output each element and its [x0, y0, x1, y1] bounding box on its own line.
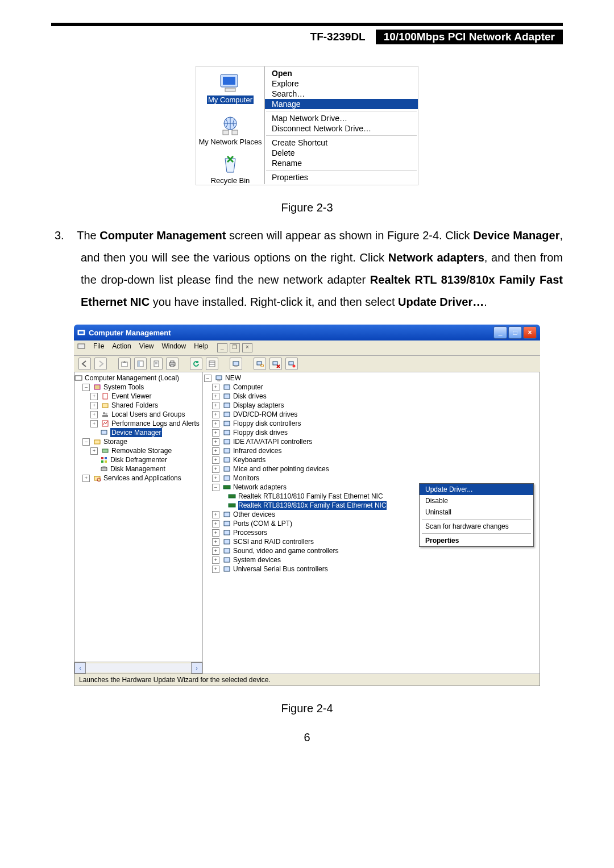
device-category[interactable]: SCSI and RAID controllers: [233, 537, 314, 546]
toolbar-device-icon[interactable]: [230, 358, 242, 370]
device-category[interactable]: Display adapters: [233, 401, 284, 410]
toolbar-back-button[interactable]: [78, 358, 91, 370]
menu-explore[interactable]: Explore: [265, 78, 418, 89]
mdi-restore-button[interactable]: ❐: [230, 343, 240, 352]
tree-defragmenter[interactable]: Disk Defragmenter: [110, 455, 167, 464]
tree-removable-storage[interactable]: Removable Storage: [111, 446, 172, 455]
device-category[interactable]: Computer: [233, 383, 263, 392]
menu-disconnect-drive[interactable]: Disconnect Network Drive…: [265, 123, 418, 134]
tree-perf-logs[interactable]: Performance Logs and Alerts: [111, 419, 200, 428]
device-category[interactable]: Processors: [233, 528, 267, 537]
tree-device-manager[interactable]: Device Manager: [110, 428, 162, 437]
svg-rect-11: [138, 361, 140, 367]
device-nic1[interactable]: Realtek RTL8110/810 Family Fast Ethernet…: [238, 492, 383, 501]
device-category[interactable]: Keyboards: [233, 455, 265, 464]
menu-properties[interactable]: Properties: [265, 172, 418, 182]
ctx-properties[interactable]: Properties: [420, 535, 533, 546]
menu-create-shortcut[interactable]: Create Shortcut: [265, 138, 418, 148]
device-category[interactable]: Monitors: [233, 474, 259, 483]
svg-rect-7: [79, 331, 84, 334]
device-nic2-selected[interactable]: Realtek RTL8139/810x Family Fast Etherne…: [238, 501, 387, 510]
tree-storage[interactable]: Storage: [103, 437, 127, 446]
svg-rect-2: [225, 88, 235, 92]
recycle-bin-icon[interactable]: [217, 153, 243, 176]
device-network-adapters[interactable]: Network adapters: [233, 483, 287, 492]
menu-help[interactable]: Help: [194, 342, 208, 354]
menu-manage[interactable]: Manage: [265, 99, 418, 109]
device-category[interactable]: Infrared devices: [233, 446, 281, 455]
svg-rect-37: [102, 415, 108, 417]
svg-rect-45: [105, 460, 107, 463]
device-category[interactable]: Other devices: [233, 510, 275, 519]
svg-rect-29: [289, 362, 293, 365]
menu-open[interactable]: Open: [265, 68, 418, 78]
toolbar-refresh-button[interactable]: [190, 358, 202, 370]
toolbar-update-button[interactable]: [285, 358, 298, 370]
ctx-disable[interactable]: Disable: [420, 495, 533, 506]
tree-disk-management[interactable]: Disk Management: [110, 464, 165, 474]
device-root[interactable]: NEW: [225, 373, 241, 383]
tree-system-tools[interactable]: System Tools: [103, 383, 144, 392]
my-computer-icon[interactable]: [217, 72, 243, 95]
tree-services-apps[interactable]: Services and Applications: [103, 474, 181, 483]
device-category[interactable]: IDE ATA/ATAPI controllers: [233, 437, 312, 446]
tree-event-viewer[interactable]: Event Viewer: [111, 392, 151, 401]
ctx-uninstall[interactable]: Uninstall: [420, 506, 533, 518]
tree-root[interactable]: Computer Management (Local): [85, 373, 179, 383]
svg-rect-68: [224, 530, 230, 535]
device-category-icon: [223, 383, 231, 391]
device-category[interactable]: Floppy disk drives: [233, 428, 288, 437]
menu-rename[interactable]: Rename: [265, 158, 418, 168]
ctx-update-driver[interactable]: Update Driver...: [420, 484, 533, 495]
window-maximize-button[interactable]: □: [508, 326, 522, 339]
network-places-icon[interactable]: [217, 114, 243, 137]
svg-rect-32: [94, 385, 100, 389]
system-tools-icon: [93, 383, 101, 391]
device-tree[interactable]: –NEW +Computer+Disk drives+Display adapt…: [203, 372, 540, 674]
context-menu: Open Explore Search… Manage Map Network …: [264, 67, 418, 184]
menu-map-drive[interactable]: Map Network Drive…: [265, 113, 418, 123]
menu-search[interactable]: Search…: [265, 89, 418, 99]
device-category[interactable]: Mice and other pointing devices: [233, 464, 329, 474]
toolbar-properties-button[interactable]: [150, 358, 163, 370]
menu-view[interactable]: View: [139, 342, 154, 354]
menu-window[interactable]: Window: [162, 342, 186, 354]
svg-rect-71: [224, 558, 230, 562]
mdi-close-button[interactable]: ×: [242, 343, 252, 352]
window-titlebar[interactable]: Computer Management _ □ ×: [74, 325, 540, 340]
menu-delete[interactable]: Delete: [265, 148, 418, 158]
toolbar-up-button[interactable]: [118, 358, 131, 370]
mdi-minimize-button[interactable]: _: [217, 343, 227, 352]
toolbar-export-list-button[interactable]: [206, 358, 218, 370]
toolbar-uninstall-button[interactable]: [269, 358, 282, 370]
device-category-icon: [223, 465, 231, 473]
device-category[interactable]: Disk drives: [233, 392, 267, 401]
device-category[interactable]: Universal Serial Bus controllers: [233, 564, 328, 574]
device-category[interactable]: System devices: [233, 555, 281, 564]
device-manager-icon: [100, 429, 108, 437]
tree-shared-folders[interactable]: Shared Folders: [111, 401, 158, 410]
tree-local-users[interactable]: Local Users and Groups: [111, 410, 185, 419]
menu-file[interactable]: File: [93, 342, 104, 354]
device-category[interactable]: Floppy disk controllers: [233, 419, 301, 428]
console-tree[interactable]: Computer Management (Local) –System Tool…: [74, 372, 203, 674]
device-category-icon: [223, 547, 231, 555]
tree-horizontal-scrollbar[interactable]: ‹ ›: [74, 662, 202, 674]
ctx-scan[interactable]: Scan for hardware changes: [420, 521, 533, 532]
scroll-left-button[interactable]: ‹: [74, 662, 86, 674]
svg-rect-63: [223, 485, 230, 489]
menu-action[interactable]: Action: [112, 342, 131, 354]
window-minimize-button[interactable]: _: [493, 326, 507, 339]
toolbar-print-button[interactable]: [166, 358, 179, 370]
window-close-button[interactable]: ×: [523, 326, 537, 339]
svg-rect-60: [224, 458, 230, 462]
nic-icon: [228, 501, 236, 509]
toolbar-scan-button[interactable]: [254, 358, 266, 370]
svg-rect-52: [224, 385, 230, 389]
device-category[interactable]: Ports (COM & LPT): [233, 519, 292, 528]
toolbar-forward-button[interactable]: [94, 358, 107, 370]
scroll-right-button[interactable]: ›: [191, 662, 202, 674]
device-category[interactable]: Sound, video and game controllers: [233, 546, 338, 555]
toolbar-show-hide-button[interactable]: [134, 358, 147, 370]
device-category[interactable]: DVD/CD-ROM drives: [233, 410, 297, 419]
